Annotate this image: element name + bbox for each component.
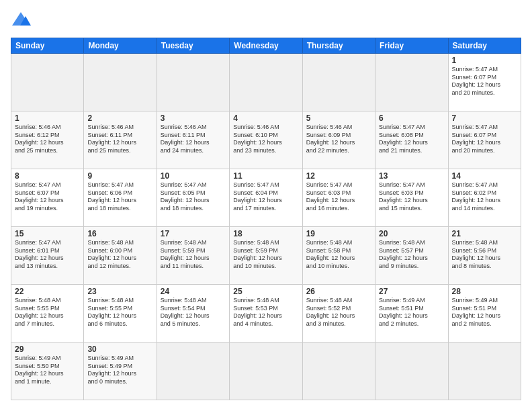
day-number: 14 [452, 171, 517, 181]
cell-content: Sunrise: 5:47 AMSunset: 6:02 PMDaylight:… [452, 181, 517, 213]
calendar-cell: 24Sunrise: 5:48 AMSunset: 5:54 PMDayligh… [157, 285, 229, 342]
cell-content: Sunrise: 5:48 AMSunset: 5:55 PMDaylight:… [15, 297, 80, 328]
week-row-5: 29Sunrise: 5:49 AMSunset: 5:50 PMDayligh… [11, 342, 521, 400]
calendar-cell: 9Sunrise: 5:47 AMSunset: 6:06 PMDaylight… [84, 169, 157, 227]
calendar-cell [302, 54, 375, 111]
col-header-saturday: Saturday [448, 38, 521, 54]
day-number: 3 [161, 113, 226, 123]
day-number: 17 [161, 229, 226, 238]
cell-content: Sunrise: 5:48 AMSunset: 5:59 PMDaylight:… [233, 239, 298, 271]
calendar-cell [230, 342, 302, 400]
calendar-cell [157, 54, 229, 111]
calendar-cell: 28Sunrise: 5:49 AMSunset: 5:51 PMDayligh… [448, 285, 521, 342]
cell-content: Sunrise: 5:49 AMSunset: 5:51 PMDaylight:… [452, 297, 517, 328]
calendar-cell [84, 54, 157, 111]
day-number: 18 [233, 229, 298, 238]
calendar-cell: 26Sunrise: 5:48 AMSunset: 5:52 PMDayligh… [302, 285, 375, 342]
cell-content: Sunrise: 5:47 AMSunset: 6:07 PMDaylight:… [15, 181, 80, 213]
cell-content: Sunrise: 5:48 AMSunset: 5:58 PMDaylight:… [306, 239, 371, 271]
day-number: 28 [452, 287, 517, 296]
calendar-cell: 25Sunrise: 5:48 AMSunset: 5:53 PMDayligh… [230, 285, 302, 342]
day-number: 10 [161, 171, 226, 181]
header [11, 11, 521, 31]
week-row-4: 22Sunrise: 5:48 AMSunset: 5:55 PMDayligh… [11, 285, 521, 342]
day-number: 24 [161, 287, 226, 296]
calendar-cell: 20Sunrise: 5:48 AMSunset: 5:57 PMDayligh… [375, 227, 448, 285]
calendar-cell: 10Sunrise: 5:47 AMSunset: 6:05 PMDayligh… [157, 169, 229, 227]
cell-content: Sunrise: 5:47 AMSunset: 6:04 PMDaylight:… [233, 181, 298, 213]
calendar-cell: 30Sunrise: 5:49 AMSunset: 5:49 PMDayligh… [84, 342, 157, 400]
calendar-cell: 1Sunrise: 5:47 AMSunset: 6:07 PMDaylight… [448, 54, 521, 111]
calendar-cell [11, 54, 84, 111]
calendar-cell: 3Sunrise: 5:46 AMSunset: 6:11 PMDaylight… [157, 111, 229, 169]
day-number: 13 [379, 171, 444, 181]
calendar-cell: 1Sunrise: 5:46 AMSunset: 6:12 PMDaylight… [11, 111, 84, 169]
cell-content: Sunrise: 5:49 AMSunset: 5:49 PMDaylight:… [87, 355, 152, 386]
cell-content: Sunrise: 5:48 AMSunset: 5:57 PMDaylight:… [379, 239, 444, 271]
cell-content: Sunrise: 5:47 AMSunset: 6:07 PMDaylight:… [452, 66, 517, 97]
day-number: 30 [87, 345, 152, 354]
day-number: 1 [452, 56, 517, 65]
day-number: 9 [87, 171, 152, 181]
day-number: 4 [233, 113, 298, 123]
day-number: 25 [233, 287, 298, 296]
calendar-cell: 6Sunrise: 5:47 AMSunset: 6:08 PMDaylight… [375, 111, 448, 169]
cell-content: Sunrise: 5:49 AMSunset: 5:51 PMDaylight:… [379, 297, 444, 328]
cell-content: Sunrise: 5:46 AMSunset: 6:11 PMDaylight:… [161, 124, 226, 155]
week-row-1: 1Sunrise: 5:46 AMSunset: 6:12 PMDaylight… [11, 111, 521, 169]
col-header-monday: Monday [84, 38, 157, 54]
week-row-0: 1Sunrise: 5:47 AMSunset: 6:07 PMDaylight… [11, 54, 521, 111]
cell-content: Sunrise: 5:47 AMSunset: 6:03 PMDaylight:… [306, 181, 371, 213]
cell-content: Sunrise: 5:48 AMSunset: 5:56 PMDaylight:… [452, 239, 517, 271]
col-header-friday: Friday [375, 38, 448, 54]
day-number: 15 [15, 229, 80, 238]
col-header-wednesday: Wednesday [230, 38, 302, 54]
calendar-cell: 7Sunrise: 5:47 AMSunset: 6:07 PMDaylight… [448, 111, 521, 169]
calendar-cell: 14Sunrise: 5:47 AMSunset: 6:02 PMDayligh… [448, 169, 521, 227]
calendar-cell: 8Sunrise: 5:47 AMSunset: 6:07 PMDaylight… [11, 169, 84, 227]
week-row-2: 8Sunrise: 5:47 AMSunset: 6:07 PMDaylight… [11, 169, 521, 227]
calendar-cell [375, 54, 448, 111]
day-number: 23 [87, 287, 152, 296]
cell-content: Sunrise: 5:47 AMSunset: 6:08 PMDaylight:… [379, 124, 444, 155]
calendar-cell: 16Sunrise: 5:48 AMSunset: 6:00 PMDayligh… [84, 227, 157, 285]
calendar-cell: 5Sunrise: 5:46 AMSunset: 6:09 PMDaylight… [302, 111, 375, 169]
cell-content: Sunrise: 5:49 AMSunset: 5:50 PMDaylight:… [15, 355, 80, 386]
cell-content: Sunrise: 5:47 AMSunset: 6:07 PMDaylight:… [452, 124, 517, 155]
calendar-cell: 17Sunrise: 5:48 AMSunset: 5:59 PMDayligh… [157, 227, 229, 285]
day-number: 26 [306, 287, 371, 296]
day-number: 1 [15, 113, 80, 123]
calendar-cell [302, 342, 375, 400]
day-number: 7 [452, 113, 517, 123]
day-number: 5 [306, 113, 371, 123]
cell-content: Sunrise: 5:48 AMSunset: 5:54 PMDaylight:… [161, 297, 226, 328]
cell-content: Sunrise: 5:47 AMSunset: 6:06 PMDaylight:… [87, 181, 152, 213]
day-number: 12 [306, 171, 371, 181]
calendar-cell: 11Sunrise: 5:47 AMSunset: 6:04 PMDayligh… [230, 169, 302, 227]
calendar-cell [448, 342, 521, 400]
calendar-cell [375, 342, 448, 400]
header-row: SundayMondayTuesdayWednesdayThursdayFrid… [11, 38, 521, 54]
calendar-cell [157, 342, 229, 400]
col-header-sunday: Sunday [11, 38, 84, 54]
calendar-cell [230, 54, 302, 111]
day-number: 2 [87, 113, 152, 123]
calendar-cell: 29Sunrise: 5:49 AMSunset: 5:50 PMDayligh… [11, 342, 84, 400]
calendar-cell: 18Sunrise: 5:48 AMSunset: 5:59 PMDayligh… [230, 227, 302, 285]
cell-content: Sunrise: 5:48 AMSunset: 5:55 PMDaylight:… [87, 297, 152, 328]
day-number: 6 [379, 113, 444, 123]
day-number: 20 [379, 229, 444, 238]
logo [11, 11, 34, 31]
col-header-thursday: Thursday [302, 38, 375, 54]
calendar-page: SundayMondayTuesdayWednesdayThursdayFrid… [0, 0, 532, 411]
calendar-cell: 12Sunrise: 5:47 AMSunset: 6:03 PMDayligh… [302, 169, 375, 227]
day-number: 19 [306, 229, 371, 238]
calendar-cell: 27Sunrise: 5:49 AMSunset: 5:51 PMDayligh… [375, 285, 448, 342]
cell-content: Sunrise: 5:47 AMSunset: 6:03 PMDaylight:… [379, 181, 444, 213]
day-number: 16 [87, 229, 152, 238]
calendar-table: SundayMondayTuesdayWednesdayThursdayFrid… [11, 38, 521, 400]
calendar-cell: 19Sunrise: 5:48 AMSunset: 5:58 PMDayligh… [302, 227, 375, 285]
calendar-cell: 21Sunrise: 5:48 AMSunset: 5:56 PMDayligh… [448, 227, 521, 285]
week-row-3: 15Sunrise: 5:47 AMSunset: 6:01 PMDayligh… [11, 227, 521, 285]
col-header-tuesday: Tuesday [157, 38, 229, 54]
